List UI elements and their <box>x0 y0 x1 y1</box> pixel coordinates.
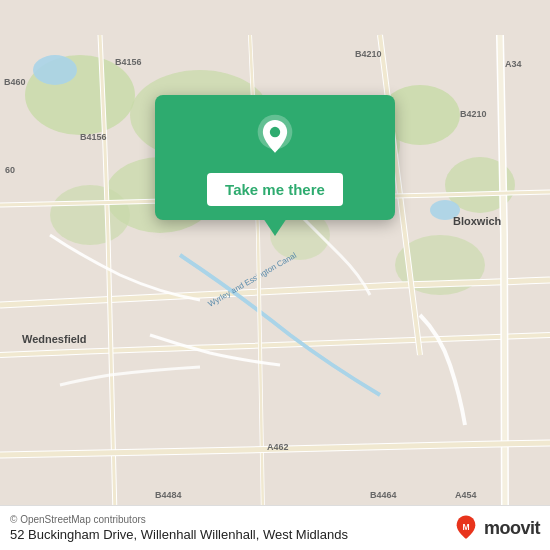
take-me-there-button[interactable]: Take me there <box>207 173 343 206</box>
svg-point-10 <box>33 55 77 85</box>
svg-text:B4210: B4210 <box>355 49 382 59</box>
svg-text:M: M <box>462 522 469 532</box>
svg-text:Bloxwich: Bloxwich <box>453 215 502 227</box>
map-container: Wyrley and Essington Canal B4156 B4210 A… <box>0 0 550 550</box>
moovit-logo: M moovit <box>452 514 540 542</box>
popup-card: Take me there <box>155 95 395 220</box>
bottom-left-info: © OpenStreetMap contributors 52 Buckingh… <box>10 514 348 542</box>
svg-text:B4156: B4156 <box>80 132 107 142</box>
svg-text:B460: B460 <box>4 77 26 87</box>
bottom-bar: © OpenStreetMap contributors 52 Buckingh… <box>0 505 550 550</box>
svg-text:A34: A34 <box>505 59 522 69</box>
svg-text:B4156: B4156 <box>115 57 142 67</box>
svg-text:B4484: B4484 <box>155 490 182 500</box>
svg-text:A454: A454 <box>455 490 477 500</box>
svg-text:A462: A462 <box>267 442 289 452</box>
moovit-brand-text: moovit <box>484 518 540 539</box>
svg-point-30 <box>270 127 280 137</box>
address-label: 52 Buckingham Drive, Willenhall Willenha… <box>10 527 348 542</box>
svg-text:B4210: B4210 <box>460 109 487 119</box>
svg-text:60: 60 <box>5 165 15 175</box>
location-pin-icon <box>249 113 301 165</box>
moovit-pin-icon: M <box>452 514 480 542</box>
osm-attribution: © OpenStreetMap contributors <box>10 514 348 525</box>
svg-text:B4464: B4464 <box>370 490 397 500</box>
svg-text:Wednesfield: Wednesfield <box>22 333 87 345</box>
